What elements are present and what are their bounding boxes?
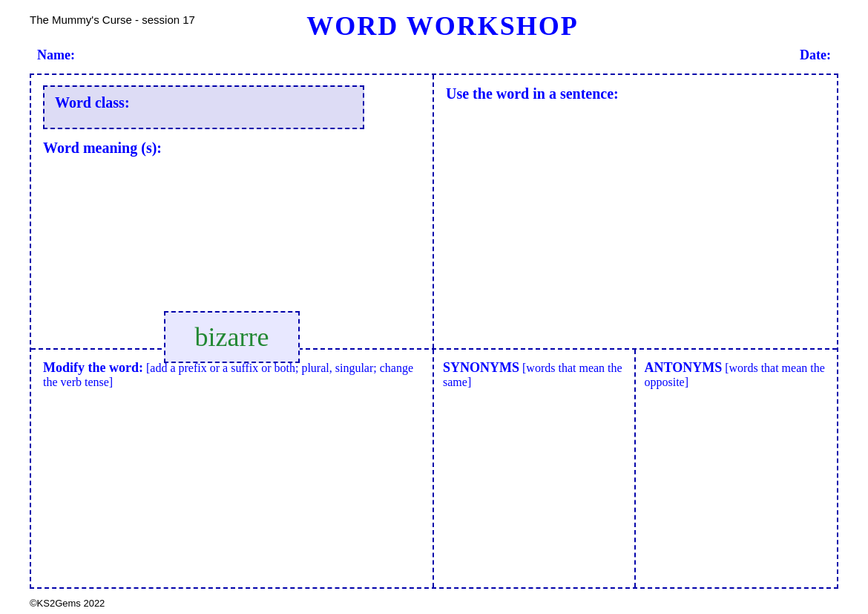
- top-section: Word class: Word meaning (s): bizarre Us…: [31, 75, 837, 350]
- name-label: Name:: [37, 48, 75, 63]
- left-panel: Word class: Word meaning (s): bizarre: [31, 75, 434, 348]
- antonyms-panel: ANTONYMS [words that mean the opposite]: [636, 350, 838, 587]
- antonyms-label: ANTONYMS: [645, 360, 723, 375]
- date-label: Date:: [800, 48, 831, 63]
- bottom-section: Modify the word: [add a prefix or a suff…: [31, 350, 837, 587]
- word-box: bizarre: [164, 311, 300, 363]
- right-panel: Use the word in a sentence:: [434, 75, 837, 348]
- page-title: WORD WORKSHOP: [195, 10, 690, 42]
- modify-label: Modify the word:: [43, 360, 143, 375]
- word-center-wrapper: bizarre: [164, 296, 300, 348]
- use-sentence-label: Use the word in a sentence:: [446, 85, 825, 102]
- synonyms-label: SYNONYMS: [443, 360, 519, 375]
- copyright: ©KS2Gems 2022: [30, 598, 838, 609]
- word-meaning-label: Word meaning (s):: [43, 140, 421, 157]
- word-text: bizarre: [195, 322, 269, 352]
- word-class-box: Word class:: [43, 85, 364, 129]
- worksheet-container: Word class: Word meaning (s): bizarre Us…: [30, 74, 838, 589]
- modify-panel: Modify the word: [add a prefix or a suff…: [31, 350, 434, 587]
- synonyms-panel: SYNONYMS [words that mean the same]: [434, 350, 636, 587]
- word-class-label: Word class:: [55, 94, 130, 111]
- word-meaning-section: Word meaning (s):: [43, 140, 421, 161]
- session-label: The Mummy's Curse - session 17: [30, 13, 195, 26]
